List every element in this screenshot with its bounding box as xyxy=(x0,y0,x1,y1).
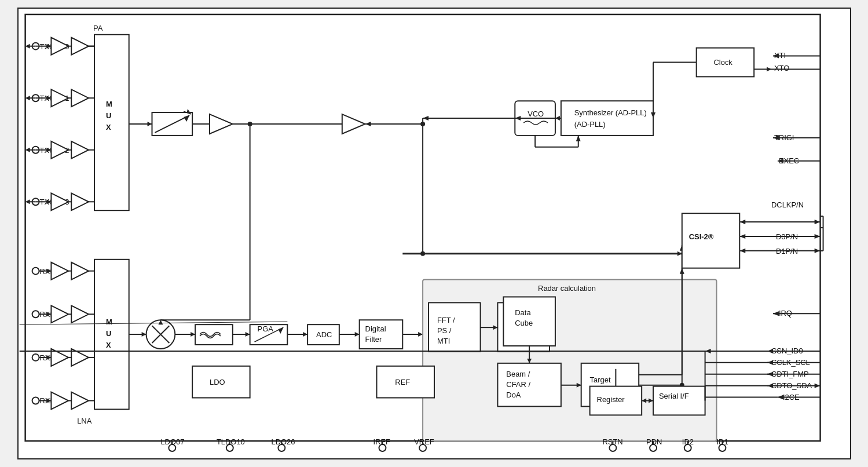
pdn-label: PDN xyxy=(646,437,662,446)
fft-label2: PS / xyxy=(437,326,451,335)
radar-calc-label: Radar calculation xyxy=(538,284,596,293)
svg-marker-222 xyxy=(576,136,580,141)
ref-block-label: REF xyxy=(395,378,410,386)
iref-label: IREF xyxy=(373,437,390,446)
svg-marker-118 xyxy=(245,332,250,337)
svg-marker-92 xyxy=(51,305,68,323)
svg-marker-49 xyxy=(342,114,365,134)
svg-marker-13 xyxy=(71,38,89,55)
svg-marker-31 xyxy=(71,193,89,210)
svg-point-79 xyxy=(32,311,39,318)
svg-marker-130 xyxy=(418,332,423,337)
mux-tx-label-m: M xyxy=(105,100,112,108)
svg-marker-101 xyxy=(71,392,89,410)
mux-rx-label-x: X xyxy=(105,341,111,349)
svg-marker-54 xyxy=(423,116,428,121)
svg-marker-162 xyxy=(772,311,778,316)
data-cube-label1: Data xyxy=(515,308,531,317)
svg-marker-157 xyxy=(739,234,745,239)
svg-marker-154 xyxy=(739,220,745,224)
svg-marker-156 xyxy=(814,234,820,239)
svg-marker-66 xyxy=(767,67,771,71)
ldo26-label: LDO26 xyxy=(271,437,295,446)
dig-filter-label1: Digital xyxy=(365,324,386,333)
mux-tx-label-u: U xyxy=(105,111,111,120)
tldo10-label: TLDO10 xyxy=(216,437,244,446)
fft-label3: MTI xyxy=(437,337,449,345)
svg-point-76 xyxy=(32,268,39,275)
svg-marker-20 xyxy=(51,89,68,107)
svg-marker-19 xyxy=(71,89,89,107)
ldo-block-label: LDO xyxy=(209,378,225,386)
svg-marker-100 xyxy=(51,392,68,410)
xto-label: XTO xyxy=(774,64,789,72)
svg-marker-115 xyxy=(191,332,195,337)
clock-label: Clock xyxy=(713,58,733,67)
svg-marker-160 xyxy=(739,249,745,253)
svg-point-150 xyxy=(420,251,425,256)
adc-label: ADC xyxy=(316,330,332,339)
dclkpn-label: DCLKP/N xyxy=(771,200,804,209)
svg-marker-210 xyxy=(679,268,684,274)
svg-marker-178 xyxy=(814,384,820,388)
svg-marker-51 xyxy=(365,122,371,126)
svg-marker-26 xyxy=(51,141,68,159)
beam-label3: DoA xyxy=(506,391,521,399)
dig-filter-label2: Filter xyxy=(365,335,382,344)
svg-marker-14 xyxy=(51,38,68,55)
svg-marker-32 xyxy=(51,193,68,210)
svg-marker-159 xyxy=(814,249,820,253)
pga-label-top: PGA xyxy=(257,324,273,333)
diagram-container: TXOUT0 TXOUT1 TXOUT2 TXOUT3 PA M U xyxy=(17,8,851,459)
svg-point-111 xyxy=(247,122,252,126)
svg-marker-88 xyxy=(51,262,68,280)
csi2-label: CSI-2® xyxy=(688,232,713,241)
mux-tx-label-x: X xyxy=(105,123,111,132)
serial-if-label1: Serial I/F xyxy=(659,392,689,400)
svg-point-82 xyxy=(32,354,39,361)
svg-rect-52 xyxy=(561,101,653,136)
svg-marker-153 xyxy=(814,220,820,224)
beam-label2: CFAR / xyxy=(506,380,530,389)
pa-label: PA xyxy=(93,24,103,32)
svg-marker-180 xyxy=(777,395,783,400)
svg-rect-104 xyxy=(94,260,129,410)
svg-rect-132 xyxy=(428,302,481,352)
svg-marker-106 xyxy=(141,332,146,337)
svg-rect-163 xyxy=(653,386,705,415)
fft-label1: FFT / xyxy=(437,316,455,324)
vref-label: VREF xyxy=(414,437,434,446)
target-list-label1: Target xyxy=(589,375,610,384)
svg-marker-25 xyxy=(71,141,89,159)
synth-label2: (AD-PLL) xyxy=(574,120,605,129)
data-cube-label2: Cube xyxy=(515,319,533,327)
svg-marker-124 xyxy=(303,332,307,337)
mux-rx-label-u: U xyxy=(105,329,111,338)
svg-marker-93 xyxy=(71,305,89,323)
register-label: Register xyxy=(596,395,625,404)
svg-rect-37 xyxy=(94,35,129,210)
svg-marker-47 xyxy=(210,114,233,134)
svg-marker-40 xyxy=(147,122,152,126)
svg-marker-127 xyxy=(354,332,359,337)
lna-label: LNA xyxy=(77,417,92,425)
synth-label1: Synthesizer (AD-PLL) xyxy=(574,108,646,117)
vco-label: VCO xyxy=(528,110,544,118)
mux-rx-label-m: M xyxy=(105,318,112,326)
svg-marker-89 xyxy=(71,262,89,280)
beam-label1: Beam / xyxy=(506,370,530,378)
svg-marker-148 xyxy=(677,251,682,256)
svg-point-85 xyxy=(32,397,39,404)
